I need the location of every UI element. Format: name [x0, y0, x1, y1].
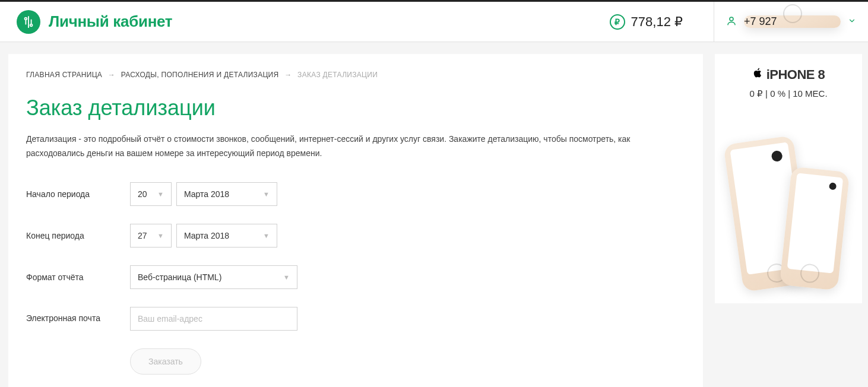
caret-down-icon: ▼ — [157, 232, 164, 239]
select-format-value: Веб-страница (HTML) — [138, 272, 221, 282]
caret-down-icon: ▼ — [157, 191, 164, 198]
select-start-month[interactable]: Марта 2018 ▼ — [176, 182, 277, 206]
order-button[interactable]: Заказать — [130, 348, 201, 375]
caret-down-icon: ▼ — [283, 274, 290, 281]
svg-point-0 — [730, 17, 733, 21]
ad-image — [722, 110, 855, 288]
ruble-icon: ₽ — [610, 14, 625, 30]
caret-down-icon: ▼ — [263, 191, 270, 198]
chevron-down-icon — [848, 17, 856, 27]
breadcrumb-current: ЗАКАЗ ДЕТАЛИЗАЦИИ — [297, 71, 378, 79]
select-start-month-value: Марта 2018 — [184, 189, 229, 199]
ad-title-text: iPHONE 8 — [766, 67, 825, 83]
label-email: Электронная почта — [26, 313, 130, 325]
page-title: Заказ детализации — [26, 96, 685, 120]
row-start-period: Начало периода 20 ▼ Марта 2018 ▼ — [26, 182, 685, 206]
page-description: Детализация - это подробный отчёт о стои… — [26, 132, 655, 161]
select-end-day[interactable]: 27 ▼ — [130, 224, 172, 248]
email-input[interactable] — [130, 307, 297, 331]
caret-down-icon: ▼ — [263, 232, 270, 239]
breadcrumb-section[interactable]: РАСХОДЫ, ПОПОЛНЕНИЯ И ДЕТАЛИЗАЦИЯ — [121, 71, 279, 79]
breadcrumb-home[interactable]: ГЛАВНАЯ СТРАНИЦА — [26, 71, 102, 79]
header-main: Личный кабинет ₽ 778,12 ₽ — [0, 10, 714, 34]
label-format: Формат отчёта — [26, 272, 130, 282]
select-end-month[interactable]: Марта 2018 ▼ — [176, 224, 277, 248]
balance-value: 778,12 ₽ — [631, 14, 683, 30]
user-phone: +7 927 — [744, 15, 841, 28]
apple-icon — [752, 67, 763, 83]
sidebar-ad[interactable]: iPHONE 8 0 ₽ | 0 % | 10 МЕС. — [715, 54, 862, 303]
header: Личный кабинет ₽ 778,12 ₽ +7 927 — [0, 2, 868, 42]
select-format[interactable]: Веб-страница (HTML) ▼ — [130, 265, 297, 289]
select-start-day[interactable]: 20 ▼ — [130, 182, 172, 206]
select-start-day-value: 20 — [138, 189, 147, 199]
label-end-period: Конец периода — [26, 231, 130, 240]
breadcrumb: ГЛАВНАЯ СТРАНИЦА → РАСХОДЫ, ПОПОЛНЕНИЯ И… — [26, 71, 685, 79]
brand-title: Личный кабинет — [49, 12, 172, 31]
chevron-right-icon: → — [284, 71, 292, 79]
user-icon — [726, 15, 737, 28]
row-format: Формат отчёта Веб-страница (HTML) ▼ — [26, 265, 685, 289]
content: ГЛАВНАЯ СТРАНИЦА → РАСХОДЫ, ПОПОЛНЕНИЯ И… — [0, 42, 868, 387]
label-start-period: Начало периода — [26, 189, 130, 199]
select-end-month-value: Марта 2018 — [184, 231, 229, 240]
balance[interactable]: ₽ 778,12 ₽ — [610, 14, 697, 30]
row-end-period: Конец периода 27 ▼ Марта 2018 ▼ — [26, 224, 685, 248]
user-dropdown[interactable]: +7 927 — [714, 2, 868, 42]
ad-price: 0 ₽ | 0 % | 10 МЕС. — [722, 88, 855, 99]
ad-title: iPHONE 8 — [722, 67, 855, 83]
row-email: Электронная почта — [26, 307, 685, 331]
main-card: ГЛАВНАЯ СТРАНИЦА → РАСХОДЫ, ПОПОЛНЕНИЯ И… — [8, 54, 703, 387]
select-end-day-value: 27 — [138, 231, 147, 240]
logo-icon — [17, 10, 40, 34]
logo[interactable]: Личный кабинет — [17, 10, 172, 34]
chevron-right-icon: → — [108, 71, 115, 79]
